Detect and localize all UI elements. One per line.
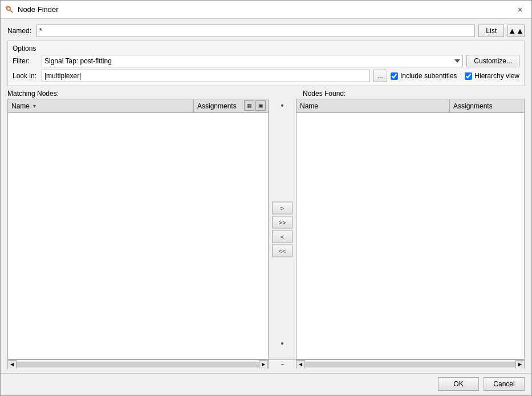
checkbox-group: Include subentities Hierarchy view: [391, 72, 519, 80]
list-button[interactable]: List: [478, 25, 504, 37]
right-scrollbar[interactable]: ◀ ▶: [296, 360, 525, 369]
close-button[interactable]: ×: [513, 3, 527, 17]
named-input[interactable]: [36, 25, 475, 37]
title-bar: Node Finder ×: [1, 1, 531, 19]
left-name-col-label: Name: [11, 102, 30, 110]
transfer-buttons: > >> < <<: [272, 201, 293, 257]
left-scroll-left[interactable]: ◀: [7, 360, 17, 369]
middle-controls: • > >> < << •: [269, 99, 296, 359]
panels-section: Matching Nodes: Nodes Found: Name ▼ Assi…: [7, 90, 525, 369]
dialog-content: Named: List ▲▲ Options Filter: Signal Ta…: [1, 19, 531, 373]
named-label: Named:: [7, 27, 33, 35]
divider-icon: ⁃: [281, 360, 285, 369]
right-col-assignments: Assignments: [450, 99, 524, 112]
left-panel-body: [8, 113, 268, 359]
transfer-left-one-button[interactable]: <: [272, 230, 293, 243]
hierarchy-view-checkbox[interactable]: Hierarchy view: [465, 72, 519, 80]
panels-labels: Matching Nodes: Nodes Found:: [7, 90, 525, 98]
panels-body: Name ▼ Assignments ▦ ▣: [7, 99, 525, 359]
left-scroll-fill: [17, 362, 259, 367]
transfer-left-all-button[interactable]: <<: [272, 244, 293, 257]
nodes-found-label: Nodes Found:: [303, 90, 525, 98]
look-in-row: Look in: ... Include subentities Hierarc…: [13, 70, 519, 82]
dialog-footer: OK Cancel: [1, 373, 531, 395]
look-in-label: Look in:: [13, 72, 38, 80]
matching-nodes-label: Matching Nodes:: [7, 90, 275, 98]
node-finder-dialog: Node Finder × Named: List ▲▲ Options Fil…: [0, 0, 532, 396]
pin-top-icon: •: [281, 101, 284, 110]
left-assignments-col-label: Assignments: [197, 102, 237, 110]
left-scroll-right[interactable]: ▶: [259, 360, 268, 369]
options-group: Options Filter: Signal Tap: post-fitting…: [7, 41, 525, 86]
pin-bottom: •: [281, 339, 284, 348]
right-col-name: Name: [297, 99, 450, 112]
svg-line-1: [10, 10, 13, 13]
right-scroll-right[interactable]: ▶: [515, 360, 525, 369]
sort-icon: ▼: [32, 103, 37, 109]
hierarchy-view-label: Hierarchy view: [474, 72, 519, 80]
pin-top: •: [281, 99, 284, 112]
browse-button[interactable]: ...: [373, 70, 387, 82]
right-scroll-fill: [305, 362, 515, 367]
look-in-input[interactable]: [42, 70, 370, 82]
cancel-button[interactable]: Cancel: [484, 377, 525, 391]
svg-marker-2: [5, 5, 7, 10]
right-panel-header: Name Assignments: [297, 99, 524, 113]
include-subentities-checkbox[interactable]: Include subentities: [391, 72, 457, 80]
title-bar-left: Node Finder: [5, 5, 59, 14]
named-row: Named: List ▲▲: [7, 25, 525, 37]
bottom-scrollbar-row: ◀ ▶ ⁃ ◀ ▶: [7, 359, 525, 369]
right-scroll-left[interactable]: ◀: [296, 360, 305, 369]
transfer-right-one-button[interactable]: >: [272, 201, 293, 214]
filter-row: Filter: Signal Tap: post-fitting Customi…: [13, 55, 519, 67]
options-label: Options: [13, 45, 519, 52]
pin-bottom-icon: •: [281, 339, 284, 348]
filter-select[interactable]: Signal Tap: post-fitting: [42, 55, 463, 67]
arrow-up-icon: ▲▲: [508, 26, 524, 35]
include-subentities-label: Include subentities: [400, 72, 457, 80]
node-finder-icon: [5, 5, 14, 14]
right-scroll-arrows: ◀ ▶: [296, 360, 525, 369]
left-scrollbar[interactable]: ◀ ▶: [7, 360, 269, 369]
filter-label: Filter:: [13, 57, 38, 65]
left-panel: Name ▼ Assignments ▦ ▣: [7, 99, 269, 359]
dialog-title: Node Finder: [18, 5, 59, 14]
scrollbar-middle-divider: ⁃: [269, 360, 296, 369]
left-panel-header: Name ▼ Assignments ▦ ▣: [8, 99, 268, 113]
expand-tool-button[interactable]: ▦: [244, 100, 254, 111]
ok-button[interactable]: OK: [438, 377, 479, 391]
left-scroll-arrows: ◀ ▶: [7, 360, 268, 369]
right-assignments-col-label: Assignments: [453, 102, 493, 110]
collapse-button[interactable]: ▲▲: [507, 25, 525, 37]
right-panel: Name Assignments: [296, 99, 525, 359]
right-name-col-label: Name: [300, 102, 318, 110]
left-col-name: Name ▼: [8, 99, 194, 112]
header-tools: ▦ ▣: [244, 100, 266, 111]
collapse-tool-button[interactable]: ▣: [255, 100, 266, 111]
right-panel-body: [297, 113, 524, 359]
customize-button[interactable]: Customize...: [466, 55, 519, 67]
transfer-right-all-button[interactable]: >>: [272, 216, 293, 228]
